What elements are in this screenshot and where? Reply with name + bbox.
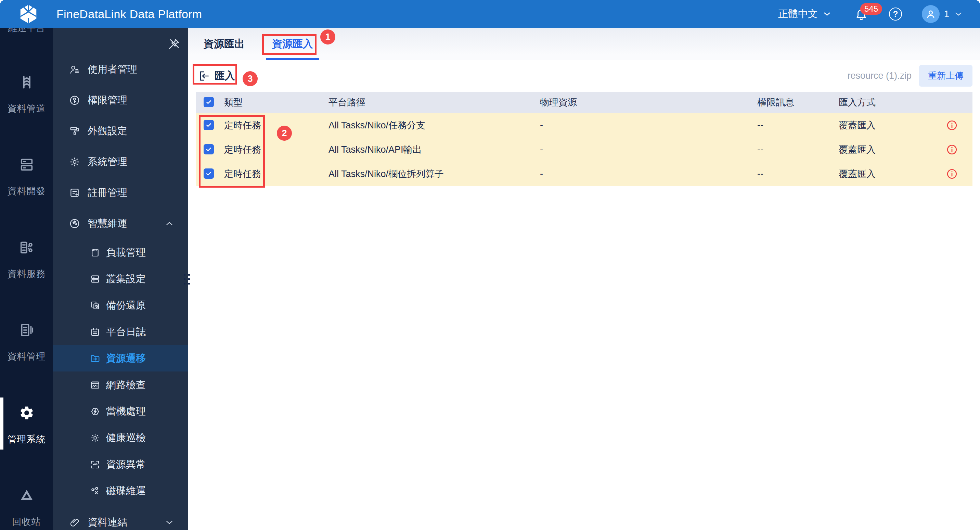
annotation-step-2-badge: 2: [277, 126, 292, 141]
rail-item-data-service[interactable]: 資料服務: [0, 229, 53, 312]
user-chevron-down-icon[interactable]: [954, 10, 963, 19]
table-row: 定時任務 All Tasks/Niko/欄位拆列算子 - -- 覆蓋匯入: [196, 161, 972, 186]
sidebar-item-appearance-settings[interactable]: 外觀設定: [53, 116, 188, 147]
user-label: 1: [944, 9, 949, 19]
cell-permission: --: [757, 144, 839, 155]
secondary-sidebar: 使用者管理 權限管理 外觀設定 系統管理 註冊管理 智慧維運 負載管理: [53, 28, 188, 530]
sidebar-subitem-backup-restore[interactable]: 備份還原: [53, 292, 188, 318]
header-actions: 正體中文 545 ? 1: [778, 0, 963, 28]
rail-item-data-management[interactable]: 資料管理: [0, 312, 53, 395]
user-management-icon: [69, 64, 80, 75]
rail-item-admin-system[interactable]: 管理系統: [0, 395, 53, 477]
cell-type: 定時任務: [224, 168, 328, 180]
tab-resource-export[interactable]: 資源匯出: [198, 28, 250, 60]
reupload-button[interactable]: 重新上傳: [919, 65, 972, 87]
language-label: 正體中文: [778, 7, 818, 21]
user-icon: [925, 8, 937, 20]
cell-type: 定時任務: [224, 144, 328, 156]
sidebar-item-label: 外觀設定: [88, 124, 127, 138]
cell-physical: -: [540, 144, 757, 155]
sidebar-subitem-load-management[interactable]: 負載管理: [53, 239, 188, 266]
help-icon[interactable]: ?: [889, 8, 902, 21]
sidebar-subitem-cluster-settings[interactable]: 叢集設定: [53, 266, 188, 292]
select-all-checkbox[interactable]: [204, 97, 214, 107]
sidebar-subitem-platform-log[interactable]: 平台日誌: [53, 319, 188, 345]
sidebar-subitem-label: 資源遷移: [106, 352, 146, 365]
import-button[interactable]: 匯入: [199, 69, 235, 83]
sidebar-subitem-disk-ops[interactable]: 磁碟維運: [53, 477, 188, 504]
avatar[interactable]: [922, 5, 940, 23]
cell-path: All Tasks/Niko/任務分支: [328, 119, 540, 131]
rail-label: 回收站: [12, 516, 41, 528]
notification-bell[interactable]: 545: [855, 7, 868, 21]
sidebar-subitem-label: 網路檢查: [106, 378, 146, 392]
rail-item-data-pipeline[interactable]: 資料管道: [0, 64, 53, 147]
sidebar-subitem-resource-migration[interactable]: 資源遷移: [53, 345, 188, 372]
data-development-icon: [19, 157, 35, 172]
chevron-down-icon: [165, 518, 174, 527]
column-header-method: 匯入方式: [839, 96, 946, 109]
unpin-icon[interactable]: [168, 38, 180, 50]
check-icon: [205, 99, 212, 105]
register-document-icon: [69, 187, 80, 198]
sidebar-item-system-management[interactable]: 系統管理: [53, 147, 188, 177]
key-icon: [69, 95, 80, 106]
sidebar-subitem-crash-handling[interactable]: 當機處理: [53, 398, 188, 425]
data-service-icon: [19, 239, 35, 255]
app-title: FineDataLink Data Platform: [56, 8, 202, 21]
language-selector[interactable]: 正體中文: [778, 7, 832, 21]
sidebar-item-data-connection[interactable]: 資料連結: [53, 507, 188, 530]
sidebar-item-smart-ops[interactable]: 智慧維運: [53, 208, 188, 239]
table-row: 定時任務 All Tasks/Niko/任務分支 - -- 覆蓋匯入: [196, 113, 972, 137]
row-checkbox[interactable]: [204, 144, 214, 155]
sidebar-item-label: 智慧維運: [88, 217, 127, 230]
sidebar-item-user-management[interactable]: 使用者管理: [53, 54, 188, 85]
health-gear-icon: [90, 433, 100, 443]
sidebar-item-label: 使用者管理: [88, 63, 137, 77]
rail-item-recycle-bin[interactable]: 回收站: [0, 477, 53, 530]
sidebar-item-registration-management[interactable]: 註冊管理: [53, 177, 188, 208]
sidebar-subitem-resource-abnormal[interactable]: 資源異常: [53, 451, 188, 477]
import-info-icon[interactable]: [946, 120, 958, 131]
rail-label: 資料管理: [8, 350, 46, 362]
crash-bolt-icon: [90, 406, 100, 417]
check-icon: [205, 121, 212, 128]
import-resource-table: 類型 平台路徑 物理資源 權限訊息 匯入方式 定時任務 All Tasks/Ni…: [196, 92, 972, 186]
app-window: FineDataLink Data Platform 正體中文 545 ? 1 …: [0, 0, 980, 530]
folder-arrow-icon: [90, 353, 100, 364]
sidebar-subitem-label: 負載管理: [106, 246, 146, 260]
column-header-path: 平台路徑: [328, 96, 540, 109]
row-checkbox[interactable]: [204, 120, 214, 130]
network-check-icon: [90, 380, 100, 390]
sidebar-subitem-network-check[interactable]: 網路檢查: [53, 372, 188, 398]
recycle-bin-icon: [19, 487, 35, 503]
import-info-icon[interactable]: [946, 168, 958, 180]
import-info-icon[interactable]: [946, 144, 958, 155]
table-header-row: 類型 平台路徑 物理資源 權限訊息 匯入方式: [196, 92, 972, 113]
notification-badge: 545: [860, 3, 882, 15]
calendar-log-icon: [90, 327, 100, 337]
cell-path: All Tasks/Niko/API輸出: [328, 144, 540, 156]
disk-nodes-icon: [90, 486, 100, 496]
abnormal-chart-icon: [90, 460, 100, 470]
cell-path: All Tasks/Niko/欄位拆列算子: [328, 168, 540, 180]
sidebar-subitem-health-check[interactable]: 健康巡檢: [53, 425, 188, 451]
admin-system-gear-icon: [19, 405, 35, 421]
cell-physical: -: [540, 168, 757, 179]
upload-info: resource (1).zip 重新上傳: [847, 60, 972, 92]
tab-resource-import[interactable]: 資源匯入: [266, 28, 319, 60]
uploaded-file-name: resource (1).zip: [847, 70, 912, 81]
load-management-icon: [90, 247, 100, 258]
sidebar-subitem-label: 健康巡檢: [106, 431, 146, 445]
rail-item-data-development[interactable]: 資料開發: [0, 147, 53, 229]
table-row: 定時任務 All Tasks/Niko/API輸出 - -- 覆蓋匯入: [196, 137, 972, 161]
cell-method: 覆蓋匯入: [839, 119, 946, 131]
cluster-icon: [90, 274, 100, 284]
rail-label: 管理系統: [8, 433, 46, 445]
row-checkbox[interactable]: [204, 168, 214, 179]
sidebar-item-label: 系統管理: [88, 155, 127, 169]
tab-bar: 資源匯出 資源匯入: [188, 28, 980, 60]
sidebar-item-permission-management[interactable]: 權限管理: [53, 85, 188, 116]
sidebar-resize-handle[interactable]: [184, 274, 190, 284]
sidebar-item-label: 註冊管理: [88, 186, 127, 200]
